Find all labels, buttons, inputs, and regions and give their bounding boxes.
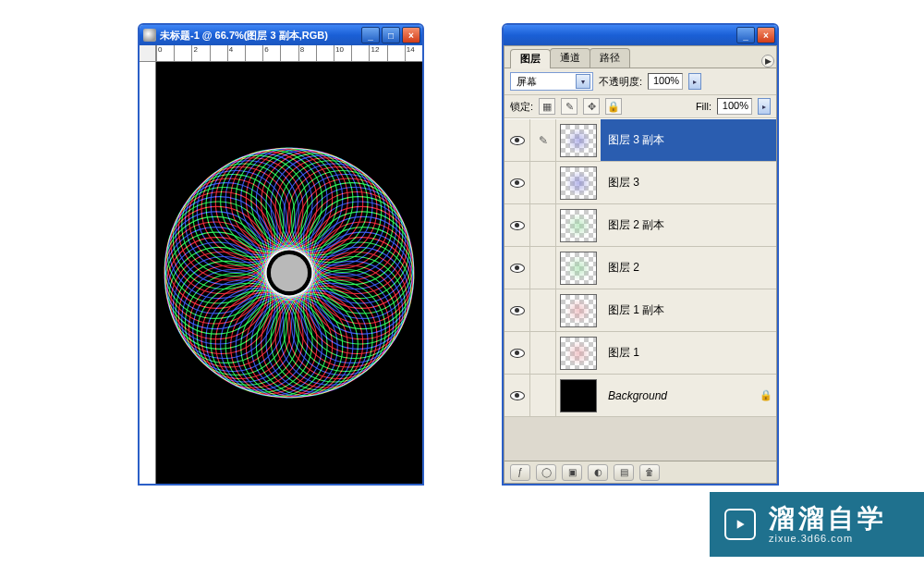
link-cell[interactable] (530, 204, 556, 246)
ruler-tick: 12 (369, 45, 386, 61)
ruler-tick: 10 (334, 45, 351, 61)
layer-row[interactable]: Background🔒 (505, 375, 776, 417)
visibility-toggle[interactable] (505, 162, 530, 203)
lock-paint-icon[interactable]: ✎ (561, 98, 578, 115)
ruler-tick: 2 (191, 45, 209, 61)
footer-set-button[interactable]: ▣ (562, 464, 582, 481)
brand-badge[interactable]: 溜溜自学 zixue.3d66.com (710, 492, 924, 557)
opacity-label: 不透明度: (599, 75, 642, 89)
fill-slider-button[interactable]: ▸ (758, 98, 771, 115)
opacity-slider-button[interactable]: ▸ (688, 73, 701, 90)
blend-mode-value: 屏幕 (517, 75, 537, 89)
close-button[interactable]: × (402, 27, 420, 43)
eye-icon (510, 136, 525, 145)
fill-label: Fill: (696, 101, 711, 112)
ruler-tick: 14 (405, 45, 422, 61)
footer-mask-button[interactable]: ◯ (536, 464, 556, 481)
footer-fx-button[interactable]: ƒ (510, 464, 530, 481)
panel-menu-button[interactable]: ▶ (761, 55, 774, 68)
ruler-tick (174, 45, 191, 61)
link-cell[interactable] (530, 247, 556, 289)
lock-transparency-icon[interactable]: ▦ (539, 98, 555, 115)
ruler-tick (245, 45, 262, 61)
edit-icon: ✎ (539, 134, 548, 147)
layer-name[interactable]: 图层 1 副本 (601, 289, 776, 331)
blend-opacity-row: 屏幕 ▾ 不透明度: 100% ▸ (505, 68, 776, 95)
link-cell[interactable] (530, 289, 556, 331)
ruler-vertical[interactable] (140, 62, 156, 484)
svg-point-92 (271, 254, 308, 291)
spirograph-artwork (160, 143, 419, 402)
panel-minimize-button[interactable]: _ (736, 27, 755, 43)
ruler-tick (280, 45, 298, 61)
ruler-corner (140, 45, 156, 62)
link-cell[interactable]: ✎ (530, 119, 556, 161)
layer-name[interactable]: Background (601, 375, 756, 416)
blend-mode-dropdown[interactable]: 屏幕 ▾ (510, 72, 593, 91)
layer-name[interactable]: 图层 3 副本 (601, 119, 776, 161)
eye-icon (510, 306, 525, 315)
layer-row[interactable]: 图层 2 副本 (505, 204, 776, 247)
svg-point-88 (284, 164, 385, 265)
layer-row[interactable]: 图层 1 副本 (505, 289, 776, 332)
ruler-tick: 4 (227, 45, 245, 61)
panel-footer: ƒ◯▣◐▤🗑 (505, 461, 776, 483)
play-icon (724, 509, 756, 540)
visibility-toggle[interactable] (505, 119, 530, 161)
footer-new-button[interactable]: ▤ (614, 464, 634, 481)
ruler-tick (210, 45, 227, 61)
eye-icon (510, 264, 525, 273)
layer-thumbnail[interactable] (560, 209, 597, 242)
footer-trash-button[interactable]: 🗑 (639, 464, 660, 481)
layer-thumbnail[interactable] (560, 124, 597, 157)
layer-thumbnail[interactable] (560, 252, 597, 285)
footer-adj-button[interactable]: ◐ (588, 464, 608, 481)
layer-row[interactable]: 图层 1 (505, 332, 776, 375)
eye-icon (510, 221, 525, 230)
layer-thumbnail[interactable] (560, 337, 597, 370)
visibility-toggle[interactable] (505, 204, 530, 246)
fill-value[interactable]: 100% (717, 98, 752, 115)
link-cell[interactable] (530, 375, 556, 416)
link-cell[interactable] (530, 162, 556, 203)
layer-thumbnail[interactable] (560, 166, 597, 200)
visibility-toggle[interactable] (505, 247, 530, 289)
layer-row[interactable]: ✎图层 3 副本 (505, 119, 776, 162)
doc-titlebar[interactable]: 未标题-1 @ 66.7%(图层 3 副本,RGB) _ □ × (140, 25, 422, 45)
layer-row[interactable]: 图层 3 (505, 162, 776, 204)
ruler-tick: 0 (156, 45, 174, 61)
layer-thumbnail[interactable] (560, 379, 597, 412)
layer-thumbnail[interactable] (560, 294, 597, 327)
eye-icon (510, 349, 525, 358)
lock-label: 锁定: (510, 100, 533, 114)
badge-title: 溜溜自学 (769, 505, 887, 534)
layer-name[interactable]: 图层 2 副本 (601, 204, 776, 246)
badge-subtitle: zixue.3d66.com (769, 533, 887, 544)
maximize-button[interactable]: □ (382, 27, 400, 43)
app-icon (143, 29, 156, 42)
visibility-toggle[interactable] (505, 289, 530, 331)
layer-name[interactable]: 图层 1 (601, 332, 776, 374)
link-cell[interactable] (530, 332, 556, 374)
opacity-value[interactable]: 100% (648, 73, 683, 90)
visibility-toggle[interactable] (505, 375, 530, 416)
layer-row[interactable]: 图层 2 (505, 247, 776, 289)
tab-channels[interactable]: 通道 (550, 48, 590, 68)
lock-move-icon[interactable]: ✥ (583, 98, 600, 115)
canvas[interactable] (156, 62, 422, 484)
eye-icon (510, 178, 525, 188)
lock-icon: 🔒 (756, 389, 776, 401)
layer-name[interactable]: 图层 3 (601, 162, 776, 203)
eye-icon (510, 391, 525, 400)
minimize-button[interactable]: _ (361, 27, 380, 43)
panel-titlebar[interactable]: _ × (504, 25, 777, 45)
ruler-horizontal[interactable]: 02468101214 (156, 45, 422, 62)
tab-paths[interactable]: 路径 (590, 48, 630, 68)
visibility-toggle[interactable] (505, 332, 530, 374)
layer-name[interactable]: 图层 2 (601, 247, 776, 289)
panel-close-button[interactable]: × (757, 27, 775, 43)
svg-point-73 (193, 280, 295, 382)
tab-layers[interactable]: 图层 (510, 49, 551, 68)
ruler-tick (316, 45, 334, 61)
lock-all-icon[interactable]: 🔒 (605, 98, 622, 115)
